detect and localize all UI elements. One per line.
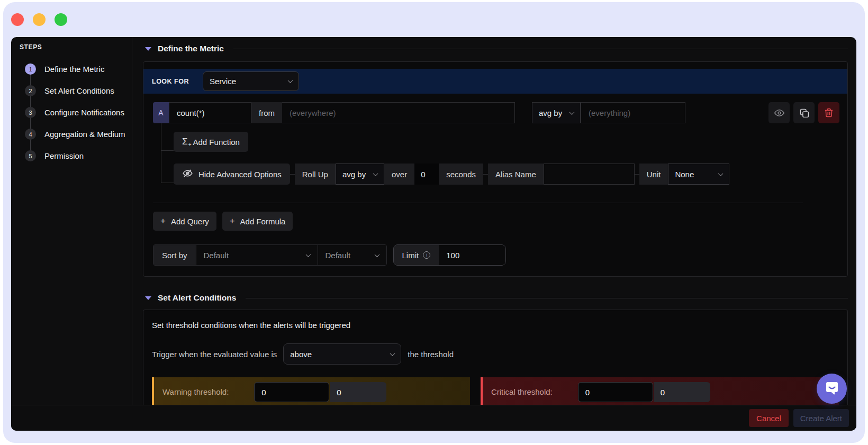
create-alert-window: STEPS 1 Define the Metric 2 Set Alert Co… — [11, 37, 856, 431]
sort-primary-value: Default — [204, 251, 229, 260]
step-label: Configure Notifications — [44, 108, 124, 117]
sort-by-group: Sort by Default Default — [153, 244, 387, 266]
unit-label: Unit — [639, 164, 668, 185]
add-function-row: Σ+ Add Function — [174, 132, 839, 152]
sidebar-item-permission[interactable]: 5 Permission — [20, 145, 124, 167]
query-from-input[interactable] — [282, 102, 515, 123]
sort-secondary-value: Default — [326, 251, 351, 260]
chevron-down-icon — [718, 171, 724, 176]
add-query-label: Add Query — [171, 217, 209, 226]
step-number-badge: 5 — [25, 150, 36, 161]
conditions-description: Set threshold conditions when the alerts… — [152, 321, 839, 330]
look-for-value: Service — [210, 77, 236, 86]
section-divider-line — [246, 298, 848, 298]
query-agg-select[interactable]: avg by — [532, 102, 581, 123]
trigger-row: Trigger when the evaluated value is abov… — [152, 343, 839, 365]
sigma-plus-icon: Σ+ — [182, 137, 188, 147]
add-formula-button[interactable]: + Add Formula — [222, 212, 293, 231]
sort-by-label: Sort by — [153, 245, 196, 265]
hide-advanced-options-button[interactable]: Hide Advanced Options — [174, 164, 290, 185]
zoom-window-icon[interactable] — [55, 13, 67, 26]
over-label: over — [384, 164, 414, 185]
connector-dash — [483, 174, 488, 175]
from-label: from — [251, 102, 282, 123]
warning-threshold-input[interactable] — [254, 382, 329, 402]
critical-threshold-inputs — [578, 382, 710, 402]
sidebar-item-configure-notifications[interactable]: 3 Configure Notifications — [20, 102, 124, 123]
add-formula-label: Add Formula — [240, 217, 286, 226]
threshold-row: Warning threshold: Critical threshold: — [152, 377, 839, 405]
look-for-bar: LOOK FOR Service — [143, 69, 847, 94]
eye-off-icon — [182, 168, 193, 180]
query-row-a: A from avg by — [153, 102, 839, 123]
connector-dash — [290, 174, 295, 175]
sidebar-item-aggregation-medium[interactable]: 4 Aggregation & Medium — [20, 123, 124, 145]
step-label: Define the Metric — [44, 65, 104, 74]
preview-query-button[interactable] — [768, 102, 790, 123]
sort-secondary-select[interactable]: Default — [318, 245, 386, 265]
unit-select[interactable]: None — [668, 164, 729, 185]
tree-connector-line — [161, 150, 174, 151]
section-divider-line — [233, 49, 848, 49]
query-builder: A from avg by — [143, 94, 847, 195]
critical-threshold-input[interactable] — [578, 382, 653, 402]
define-metric-panel: LOOK FOR Service A from — [143, 61, 848, 277]
sort-limit-row: Sort by Default Default Limit — [153, 244, 847, 266]
connector-dash — [635, 174, 639, 175]
sort-primary-select[interactable]: Default — [196, 245, 318, 265]
spacer — [685, 102, 768, 123]
query-expression-input[interactable] — [169, 102, 251, 123]
rollup-op-select[interactable]: avg by — [336, 164, 384, 185]
main-content: Define the Metric LOOK FOR Service — [132, 37, 856, 405]
query-agg-by-input[interactable] — [581, 102, 685, 123]
limit-input[interactable] — [439, 245, 505, 265]
agg-op-value: avg by — [539, 108, 562, 117]
trigger-operator-select[interactable]: above — [283, 343, 401, 365]
hide-advanced-label: Hide Advanced Options — [198, 170, 282, 179]
steps-title: STEPS — [20, 43, 124, 51]
info-icon: i — [423, 251, 430, 259]
steps-sidebar: STEPS 1 Define the Metric 2 Set Alert Co… — [11, 37, 132, 405]
alias-name-input[interactable] — [544, 164, 635, 185]
step-label: Set Alert Conditions — [44, 86, 114, 95]
alert-conditions-panel: Set threshold conditions when the alerts… — [143, 310, 848, 405]
chevron-down-icon — [373, 171, 378, 176]
close-window-icon[interactable] — [11, 13, 24, 26]
limit-label: Limit — [402, 251, 419, 260]
step-connector-line — [30, 95, 31, 108]
alias-label: Alias Name — [488, 164, 544, 185]
warning-threshold-secondary-input[interactable] — [330, 382, 386, 402]
rollup-interval-input[interactable] — [414, 164, 439, 185]
trigger-prefix-text: Trigger when the evaluated value is — [152, 350, 277, 359]
look-for-select[interactable]: Service — [203, 71, 299, 91]
delete-query-button[interactable] — [818, 102, 839, 123]
unit-value: None — [675, 170, 694, 179]
minimize-window-icon[interactable] — [33, 13, 46, 26]
rollup-label: Roll Up — [295, 164, 336, 185]
rollup-group: Roll Up avg by over seconds — [295, 164, 483, 185]
trigger-suffix-text: the threshold — [408, 350, 454, 359]
cancel-button[interactable]: Cancel — [749, 409, 789, 427]
add-function-button[interactable]: Σ+ Add Function — [174, 132, 248, 152]
window-controls — [11, 13, 67, 26]
add-query-button[interactable]: + Add Query — [153, 212, 216, 231]
add-function-label: Add Function — [193, 138, 240, 147]
plus-icon: + — [160, 216, 166, 226]
critical-threshold-label: Critical threshold: — [491, 382, 553, 402]
step-number-badge: 4 — [25, 129, 36, 140]
chevron-down-icon — [569, 110, 575, 115]
collapse-caret-icon[interactable] — [145, 296, 151, 300]
collapse-caret-icon[interactable] — [145, 47, 151, 51]
sidebar-item-set-alert-conditions[interactable]: 2 Set Alert Conditions — [20, 80, 124, 102]
chat-widget-button[interactable] — [817, 374, 847, 404]
footer-action-bar: Cancel Create Alert — [11, 405, 856, 431]
duplicate-query-button[interactable] — [793, 102, 815, 123]
query-letter-badge: A — [153, 102, 169, 123]
alias-group: Alias Name — [488, 164, 635, 185]
look-for-label: LOOK FOR — [152, 78, 189, 85]
critical-threshold-secondary-input[interactable] — [654, 382, 710, 402]
chat-bubble-icon — [824, 380, 840, 398]
unit-group: Unit None — [639, 164, 730, 185]
sidebar-item-define-the-metric[interactable]: 1 Define the Metric — [20, 58, 124, 80]
create-alert-button[interactable]: Create Alert — [793, 409, 849, 427]
